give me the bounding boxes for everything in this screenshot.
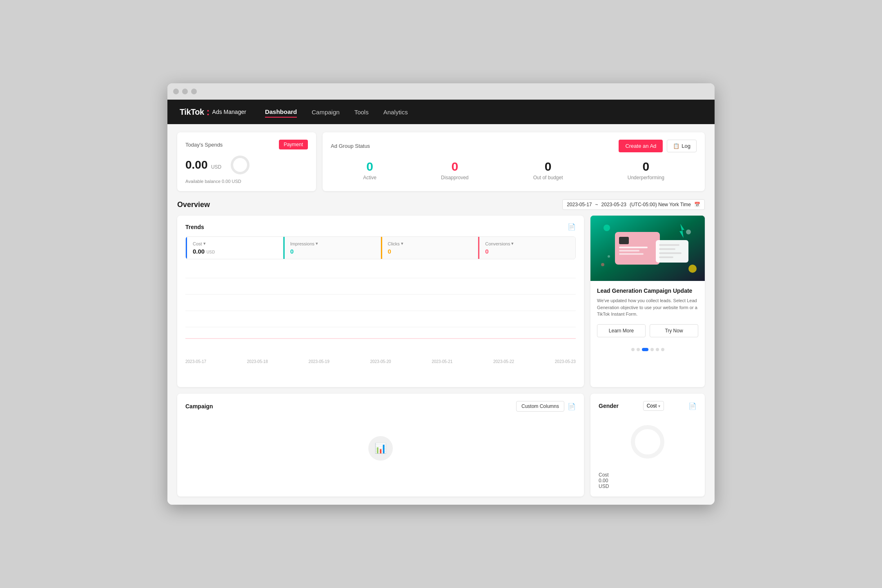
- status-grid: 0 Active 0 Disapproved 0 Out of budget 0…: [331, 160, 697, 180]
- xaxis-label-2: 2023-05-19: [309, 359, 330, 364]
- navbar: TikTok: Ads Manager Dashboard Campaign T…: [167, 100, 715, 124]
- main-content: Today's Spends Payment 0.00 USD Availabl…: [167, 124, 715, 505]
- promo-image: [590, 216, 705, 281]
- campaign-empty-state: 📊: [185, 428, 576, 469]
- promo-body: Lead Generation Campaign Update We've up…: [590, 281, 705, 344]
- minimize-btn[interactable]: [182, 89, 188, 94]
- spends-amount-container: 0.00 USD: [185, 158, 221, 172]
- ad-group-card: Ad Group Status Create an Ad 📋 Log 0 Act…: [323, 132, 705, 191]
- svg-point-19: [686, 229, 691, 234]
- metric-clicks-value: 0: [388, 248, 472, 255]
- nav-dashboard[interactable]: Dashboard: [265, 107, 297, 118]
- svg-rect-9: [619, 247, 648, 248]
- cost-legend: Cost 0.00 USD: [599, 472, 697, 489]
- trends-header: Trends 📄: [185, 223, 576, 231]
- status-disapproved-value: 0: [441, 160, 468, 173]
- chevron-down-icon[interactable]: ▾: [401, 241, 403, 246]
- campaign-header: Campaign Custom Columns 📄: [185, 401, 576, 412]
- status-disapproved: 0 Disapproved: [441, 160, 468, 180]
- logo-dot: :: [207, 106, 210, 118]
- svg-rect-10: [619, 250, 639, 252]
- date-picker[interactable]: 2023-05-17 ~ 2023-05-23 (UTC-05:00) New …: [562, 199, 705, 210]
- svg-rect-15: [659, 252, 682, 254]
- status-underperforming: 0 Underperforming: [628, 160, 664, 180]
- logo: TikTok: Ads Manager: [180, 106, 246, 118]
- promo-dots: [590, 344, 705, 357]
- trends-card: Trends 📄 Cost ▾ 0.00 USD: [177, 216, 584, 387]
- xaxis-label-5: 2023-05-22: [493, 359, 514, 364]
- log-button[interactable]: 📋 Log: [667, 140, 697, 152]
- metric-conversions-value: 0: [485, 248, 570, 255]
- status-disapproved-label: Disapproved: [441, 175, 468, 180]
- gender-card: Gender Cost ▾ 📄 Cost 0.00 USD: [590, 394, 705, 497]
- nav-tools[interactable]: Tools: [354, 107, 369, 117]
- log-icon: 📋: [673, 143, 679, 149]
- titlebar: [167, 83, 715, 100]
- spends-body: 0.00 USD: [185, 154, 308, 176]
- try-now-button[interactable]: Try Now: [650, 324, 698, 337]
- gender-donut-area: [599, 415, 697, 469]
- promo-dot-6[interactable]: [661, 348, 664, 351]
- metric-conversions: Conversions ▾ 0: [478, 237, 575, 259]
- nav-analytics[interactable]: Analytics: [383, 107, 408, 117]
- svg-rect-13: [659, 244, 679, 246]
- cost-currency: USD: [599, 483, 697, 489]
- bottom-row: Campaign Custom Columns 📄 📊 Gender Cost: [177, 394, 705, 497]
- svg-rect-11: [619, 253, 644, 255]
- status-out-of-budget-label: Out of budget: [533, 175, 563, 180]
- svg-point-23: [633, 427, 662, 457]
- xaxis-label-4: 2023-05-21: [432, 359, 452, 364]
- overview-title: Overview: [177, 200, 210, 209]
- top-right-buttons: Create an Ad 📋 Log: [619, 140, 697, 152]
- promo-illustration: [590, 216, 705, 281]
- chevron-down-icon[interactable]: ▾: [316, 241, 318, 246]
- spends-amount: 0.00: [185, 158, 208, 171]
- trends-title: Trends: [185, 224, 204, 230]
- spends-header: Today's Spends Payment: [185, 140, 308, 149]
- promo-dot-5[interactable]: [656, 348, 659, 351]
- metric-clicks-label: Clicks ▾: [388, 241, 472, 246]
- svg-point-18: [688, 265, 697, 273]
- create-ad-button[interactable]: Create an Ad: [619, 140, 663, 152]
- svg-rect-12: [656, 240, 688, 263]
- chevron-down-icon[interactable]: ▾: [203, 241, 206, 246]
- gender-cost-dropdown[interactable]: Cost ▾: [643, 401, 664, 411]
- date-separator: ~: [595, 202, 598, 207]
- promo-dot-4[interactable]: [650, 348, 654, 351]
- gender-donut-chart: [627, 421, 668, 462]
- maximize-btn[interactable]: [191, 89, 197, 94]
- app-window: TikTok: Ads Manager Dashboard Campaign T…: [167, 83, 715, 505]
- spends-card: Today's Spends Payment 0.00 USD Availabl…: [177, 132, 316, 191]
- chevron-down-icon[interactable]: ▾: [511, 241, 514, 246]
- learn-more-button[interactable]: Learn More: [597, 324, 646, 337]
- close-btn[interactable]: [173, 89, 179, 94]
- overview-section-header: Overview 2023-05-17 ~ 2023-05-23 (UTC-05…: [177, 199, 705, 210]
- date-end: 2023-05-23: [601, 202, 626, 207]
- status-active-label: Active: [363, 175, 376, 180]
- promo-dot-2[interactable]: [637, 348, 640, 351]
- chart-xaxis: 2023-05-17 2023-05-18 2023-05-19 2023-05…: [185, 359, 576, 364]
- svg-point-21: [601, 263, 604, 266]
- cost-amount: 0.00: [599, 478, 697, 483]
- promo-dot-1[interactable]: [631, 348, 635, 351]
- status-out-of-budget-value: 0: [533, 160, 563, 173]
- svg-point-17: [604, 225, 610, 231]
- promo-title: Lead Generation Campaign Update: [597, 287, 698, 294]
- cost-label: Cost: [599, 472, 697, 478]
- promo-buttons: Learn More Try Now: [597, 324, 698, 337]
- gender-download-icon[interactable]: 📄: [688, 402, 697, 410]
- nav-campaign[interactable]: Campaign: [312, 107, 339, 117]
- ad-group-title: Ad Group Status: [331, 143, 370, 149]
- campaign-card: Campaign Custom Columns 📄 📊: [177, 394, 584, 497]
- promo-dot-3[interactable]: [642, 348, 648, 351]
- campaign-download-icon[interactable]: 📄: [568, 403, 576, 410]
- svg-point-0: [232, 157, 248, 173]
- gender-header: Gender Cost ▾ 📄: [599, 401, 697, 411]
- download-icon[interactable]: 📄: [568, 223, 576, 231]
- metric-clicks: Clicks ▾ 0: [381, 237, 479, 259]
- status-active-value: 0: [363, 160, 376, 173]
- ad-group-header: Ad Group Status Create an Ad 📋 Log: [331, 140, 697, 152]
- custom-columns-button[interactable]: Custom Columns: [516, 401, 564, 412]
- payment-button[interactable]: Payment: [279, 140, 308, 149]
- xaxis-label-3: 2023-05-20: [370, 359, 391, 364]
